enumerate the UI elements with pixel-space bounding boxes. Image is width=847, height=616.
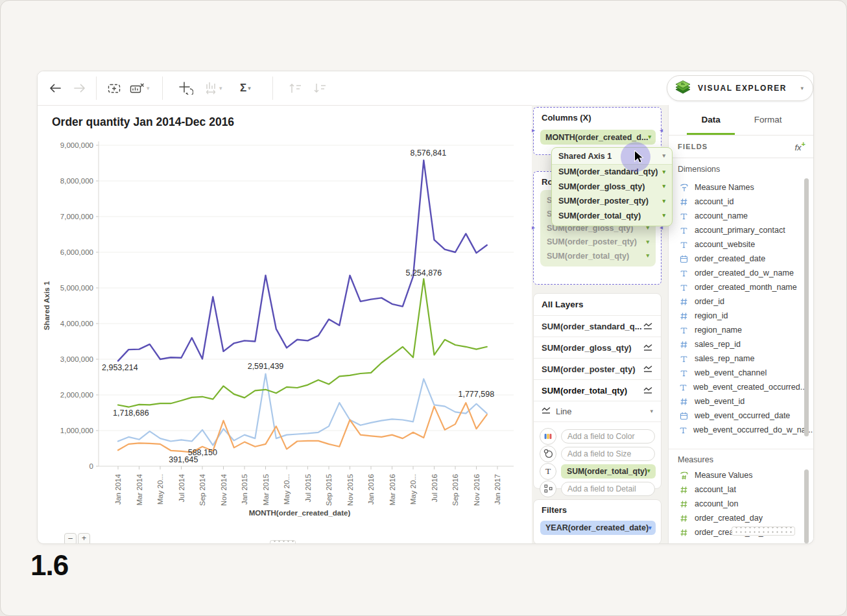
field-item[interactable]: account_id [673, 195, 805, 209]
visual-explorer-label: VISUAL EXPLORER [698, 84, 794, 93]
resize-handle[interactable] [732, 527, 795, 536]
field-label: account_id [695, 197, 734, 206]
sort-descending-button[interactable] [313, 79, 328, 97]
chevron-down-icon [662, 153, 665, 159]
field-item[interactable]: order_created_date [673, 252, 805, 266]
field-item[interactable]: order_id [673, 294, 805, 309]
rows-field-pill[interactable]: SUM(order_total_qty) [547, 249, 649, 263]
text-icon [679, 383, 687, 392]
svg-text:Shared Axis 1: Shared Axis 1 [43, 281, 51, 330]
number-icon [679, 298, 689, 306]
well-empty-input[interactable]: Add a field to Size [561, 447, 655, 461]
dragged-field-pill[interactable]: SUM(order_gloss_qty) [552, 180, 672, 195]
shared-axis-header[interactable]: Shared Axis 1 [552, 148, 672, 165]
dragged-field-pill[interactable]: SUM(order_standard_qty) [552, 165, 672, 180]
zoom-in-button[interactable] [78, 533, 90, 544]
panel-tabs: Data Format [669, 105, 814, 136]
encoding-well: Add a field to Detail [540, 480, 655, 497]
forward-button[interactable] [73, 79, 87, 97]
field-item[interactable]: web_event_occurred_do_w_na... [673, 423, 805, 437]
field-item[interactable]: Measure Names [673, 180, 805, 195]
visual-explorer-button[interactable]: VISUAL EXPLORER [667, 75, 813, 101]
sort-descending-icon [313, 82, 328, 94]
filter-field-pill[interactable]: YEAR(order_created_date) [540, 521, 656, 535]
chart-area: 01,000,0002,000,0003,000,0004,000,0005,0… [40, 133, 533, 532]
well-empty-input[interactable]: Add a field to Detail [561, 482, 655, 496]
svg-text:Jan 2017: Jan 2017 [494, 474, 501, 504]
field-item[interactable]: account_name [673, 209, 805, 223]
sort-ascending-button[interactable] [288, 79, 304, 97]
field-item[interactable]: region_id [673, 309, 805, 323]
field-item[interactable]: sales_rep_name [673, 351, 805, 366]
field-item[interactable]: sales_rep_id [673, 337, 805, 351]
dragged-field-pill[interactable]: SUM(order_poster_qty) [552, 194, 672, 209]
field-item[interactable]: web_event_occurred_date [673, 409, 805, 423]
dragged-field-label: SUM(order_poster_qty) [558, 196, 649, 206]
well-empty-input[interactable]: Add a field to Color [561, 429, 655, 444]
svg-text:391,645: 391,645 [169, 455, 198, 464]
new-card-button[interactable] [108, 79, 123, 97]
rows-field-label: SUM(order_poster_qty) [547, 237, 637, 246]
layer-row[interactable]: SUM(order_gloss_qty) [534, 337, 661, 359]
measures-scrollbar[interactable] [804, 469, 809, 543]
toolbar-divider [96, 77, 97, 100]
detail-well-icon [540, 480, 556, 497]
calendar-icon [679, 255, 689, 263]
back-button[interactable] [48, 79, 62, 97]
aggregate-button[interactable] [240, 79, 251, 97]
dimensions-scrollbar[interactable] [804, 178, 809, 436]
field-item[interactable]: region_name [673, 323, 805, 337]
zoom-out-button[interactable] [64, 533, 77, 544]
text-icon [679, 355, 689, 363]
add-calculated-field-icon[interactable] [794, 140, 805, 152]
field-item[interactable]: web_event_created_occurred... [673, 380, 805, 394]
fields-header: FIELDS [678, 143, 794, 150]
text-icon [679, 283, 689, 292]
field-item[interactable]: account_website [673, 237, 805, 252]
field-item[interactable]: order_created_hour [673, 539, 805, 544]
rows-field-pill[interactable]: SUM(order_poster_qty) [547, 235, 649, 250]
field-item[interactable]: order_created_do_w_name [673, 266, 805, 280]
svg-text:Mar 2015: Mar 2015 [262, 474, 270, 506]
tab-data[interactable]: Data [698, 105, 722, 135]
dragged-shared-axis-card[interactable]: Shared Axis 1 SUM(order_standard_qty)SUM… [551, 147, 673, 226]
mark-type-select[interactable]: Line [534, 401, 661, 422]
svg-text:Mar 2016: Mar 2016 [388, 474, 396, 506]
remove-card-button[interactable] [130, 79, 150, 97]
field-item[interactable]: account_lat [673, 482, 805, 497]
field-label: order_id [695, 297, 724, 306]
order-quantity-line-chart[interactable]: 01,000,0002,000,0003,000,0004,000,0005,0… [40, 133, 533, 532]
version-label: 1.6 [30, 549, 68, 582]
swap-axes-button[interactable] [179, 79, 193, 97]
svg-text:Jul 2014: Jul 2014 [178, 473, 185, 502]
sigma-icon [240, 82, 246, 95]
color-well-icon [540, 428, 556, 445]
arrow-left-icon [48, 82, 62, 94]
field-item[interactable]: order_created_day [673, 511, 805, 525]
layer-row[interactable]: SUM(order_total_qty) [534, 380, 661, 401]
svg-text:Sep 2015: Sep 2015 [325, 474, 333, 506]
field-label: account_name [695, 211, 748, 220]
field-item[interactable]: order_created_month_name [673, 280, 805, 294]
field-label: web_event_created_occurred... [693, 383, 807, 392]
field-item[interactable]: web_event_id [673, 394, 805, 409]
fields-header-row: FIELDS [669, 135, 814, 158]
histogram-button[interactable] [205, 79, 222, 97]
svg-text:0: 0 [89, 462, 93, 470]
number-icon [679, 486, 689, 494]
svg-text:Jul 2016: Jul 2016 [431, 474, 438, 502]
tab-format[interactable]: Format [752, 105, 785, 135]
layer-row[interactable]: SUM(order_standard_q... [534, 316, 661, 337]
measure-names-icon [679, 184, 689, 192]
encoding-well: TSUM(order_total_qty) [540, 462, 655, 480]
field-item[interactable]: account_lon [673, 497, 805, 511]
field-item[interactable]: web_event_channel [673, 366, 805, 380]
well-field-pill[interactable]: SUM(order_total_qty) [561, 464, 656, 479]
visual-explorer-window: VISUAL EXPLORER Order quantity Jan 2014-… [37, 71, 814, 544]
dragged-field-pill[interactable]: SUM(order_total_qty) [552, 209, 672, 224]
encoding-wells: Add a field to ColorAdd a field to SizeT… [534, 422, 661, 497]
layer-row[interactable]: SUM(order_poster_qty) [534, 359, 661, 380]
resize-handle[interactable] [270, 540, 296, 544]
field-item[interactable]: account_primary_contact [673, 223, 805, 237]
field-item[interactable]: Measure Values [673, 468, 805, 482]
